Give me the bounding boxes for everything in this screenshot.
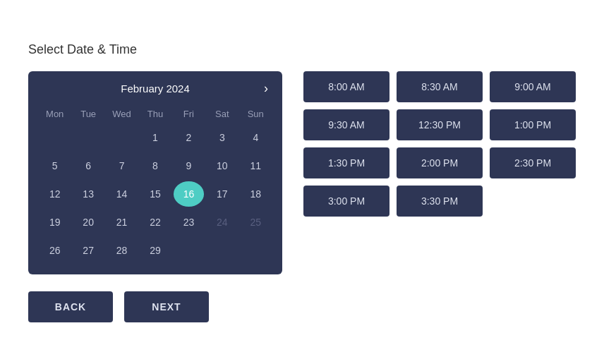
time-slot-5[interactable]: 1:00 PM [490, 109, 576, 140]
day-25[interactable]: 25 [241, 210, 271, 235]
day-empty [40, 125, 70, 150]
day-empty [241, 238, 271, 263]
day-3[interactable]: 3 [207, 125, 237, 150]
day-empty [107, 125, 137, 150]
day-5[interactable]: 5 [40, 153, 70, 178]
day-26[interactable]: 26 [40, 238, 70, 263]
day-24[interactable]: 24 [207, 210, 237, 235]
day-14[interactable]: 14 [107, 181, 137, 207]
back-button[interactable]: BACK [28, 291, 113, 322]
day-name-sun: Sun [241, 106, 271, 122]
time-slot-6[interactable]: 1:30 PM [303, 147, 389, 178]
day-6[interactable]: 6 [73, 153, 103, 178]
calendar: February 2024 › Mon Tue Wed Thu Fri Sat … [28, 71, 282, 274]
day-2[interactable]: 2 [174, 125, 204, 150]
page-container: Select Date & Time February 2024 › Mon T… [0, 28, 604, 336]
day-23[interactable]: 23 [174, 210, 204, 235]
day-16[interactable]: 16 [174, 181, 204, 207]
day-1[interactable]: 1 [140, 125, 170, 150]
day-name-wed: Wed [107, 106, 137, 122]
day-18[interactable]: 18 [241, 181, 271, 207]
time-slot-0[interactable]: 8:00 AM [303, 71, 389, 102]
day-9[interactable]: 9 [174, 153, 204, 178]
day-11[interactable]: 11 [241, 153, 271, 178]
time-slot-3[interactable]: 9:30 AM [303, 109, 389, 140]
next-button[interactable]: NEXT [124, 291, 209, 322]
day-21[interactable]: 21 [107, 210, 137, 235]
time-slots-grid: 8:00 AM8:30 AM9:00 AM9:30 AM12:30 PM1:00… [303, 71, 576, 217]
calendar-header: February 2024 › [40, 83, 271, 95]
time-slot-7[interactable]: 2:00 PM [397, 147, 483, 178]
day-name-mon: Mon [40, 106, 70, 122]
day-10[interactable]: 10 [207, 153, 237, 178]
calendar-grid: Mon Tue Wed Thu Fri Sat Sun 1 2 3 4 5 6 … [40, 106, 271, 263]
main-content: February 2024 › Mon Tue Wed Thu Fri Sat … [28, 71, 576, 274]
day-name-tue: Tue [73, 106, 103, 122]
time-slot-4[interactable]: 12:30 PM [397, 109, 483, 140]
day-28[interactable]: 28 [107, 238, 137, 263]
calendar-next-button[interactable]: › [261, 82, 271, 95]
day-name-fri: Fri [174, 106, 204, 122]
day-empty [174, 238, 204, 263]
day-15[interactable]: 15 [140, 181, 170, 207]
calendar-month-year: February 2024 [121, 83, 190, 95]
time-slot-2[interactable]: 9:00 AM [490, 71, 576, 102]
day-empty [73, 125, 103, 150]
day-12[interactable]: 12 [40, 181, 70, 207]
day-17[interactable]: 17 [207, 181, 237, 207]
time-slot-10[interactable]: 3:30 PM [397, 186, 483, 217]
day-19[interactable]: 19 [40, 210, 70, 235]
day-22[interactable]: 22 [140, 210, 170, 235]
day-7[interactable]: 7 [107, 153, 137, 178]
page-title: Select Date & Time [28, 42, 576, 57]
day-29[interactable]: 29 [140, 238, 170, 263]
time-slot-1[interactable]: 8:30 AM [397, 71, 483, 102]
day-27[interactable]: 27 [73, 238, 103, 263]
time-slot-9[interactable]: 3:00 PM [303, 186, 389, 217]
bottom-buttons: BACK NEXT [28, 291, 576, 322]
day-name-sat: Sat [207, 106, 237, 122]
day-13[interactable]: 13 [73, 181, 103, 207]
day-8[interactable]: 8 [140, 153, 170, 178]
day-name-thu: Thu [140, 106, 170, 122]
day-20[interactable]: 20 [73, 210, 103, 235]
day-4[interactable]: 4 [241, 125, 271, 150]
day-empty [207, 238, 237, 263]
time-slot-8[interactable]: 2:30 PM [490, 147, 576, 178]
